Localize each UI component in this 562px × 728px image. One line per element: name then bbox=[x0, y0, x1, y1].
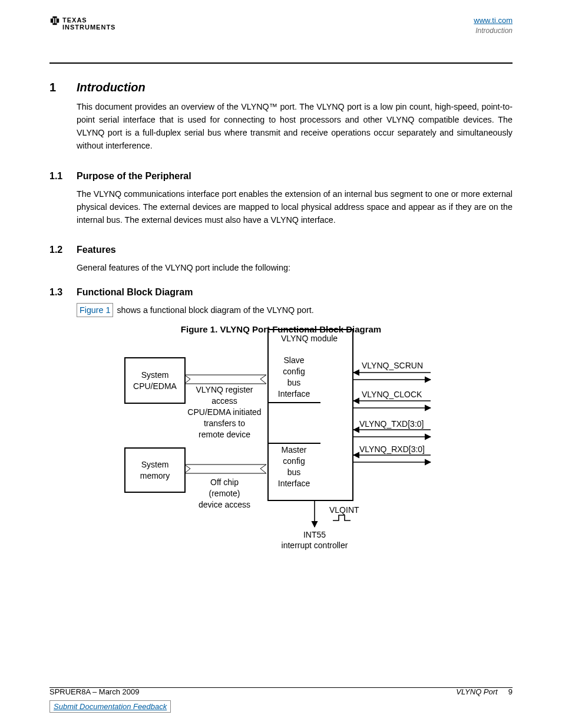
header-right: www.ti.com Introduction bbox=[474, 15, 513, 36]
diagram-lines bbox=[0, 328, 562, 581]
sec1-3-num: 1.3 bbox=[49, 287, 62, 298]
footer-title: VLYNQ Port bbox=[456, 687, 497, 696]
footer-docid: SPRUER8A – March 2009 bbox=[49, 687, 139, 696]
ti-chip-icon bbox=[49, 15, 60, 26]
sec1-3-para: Figure 1 shows a functional block diagra… bbox=[77, 303, 513, 317]
header-rule bbox=[49, 62, 513, 64]
header-section-name: Introduction bbox=[474, 26, 513, 36]
sec1-2-title: Features bbox=[77, 245, 116, 255]
sec1-1-title: Purpose of the Peripheral bbox=[77, 171, 191, 182]
logo-text-top: TEXAS bbox=[62, 17, 115, 24]
sec1-2-para: General features of the VLYNQ port inclu… bbox=[77, 261, 513, 274]
logo-text-bottom: INSTRUMENTS bbox=[62, 24, 115, 31]
sec1-2-num: 1.2 bbox=[49, 245, 62, 255]
block-diagram: SystemCPU/EDMA Systemmemory VLYNQ module… bbox=[0, 328, 562, 581]
sec1-num: 1 bbox=[49, 81, 56, 94]
sec1-1-num: 1.1 bbox=[49, 171, 62, 182]
sec1-title: Introduction bbox=[77, 81, 146, 94]
footer-feedback-box: Submit Documentation Feedback bbox=[49, 700, 171, 713]
page-header: TEXAS INSTRUMENTS www.ti.com Introductio… bbox=[49, 15, 513, 36]
sec1-3-rest: shows a functional block diagram of the … bbox=[117, 305, 313, 315]
header-link[interactable]: www.ti.com bbox=[474, 16, 513, 25]
figure-1-link[interactable]: Figure 1 bbox=[77, 303, 113, 317]
sec1-para: This document provides an overview of th… bbox=[77, 100, 513, 153]
sec1-1-para: The VLYNQ communications interface port … bbox=[77, 187, 513, 226]
ti-logo: TEXAS INSTRUMENTS bbox=[49, 15, 115, 31]
feedback-link[interactable]: Submit Documentation Feedback bbox=[54, 702, 167, 711]
footer-right: VLYNQ Port 9 bbox=[456, 687, 513, 696]
sec1-3-title: Functional Block Diagram bbox=[77, 287, 193, 298]
footer-page-num: 9 bbox=[508, 687, 513, 696]
